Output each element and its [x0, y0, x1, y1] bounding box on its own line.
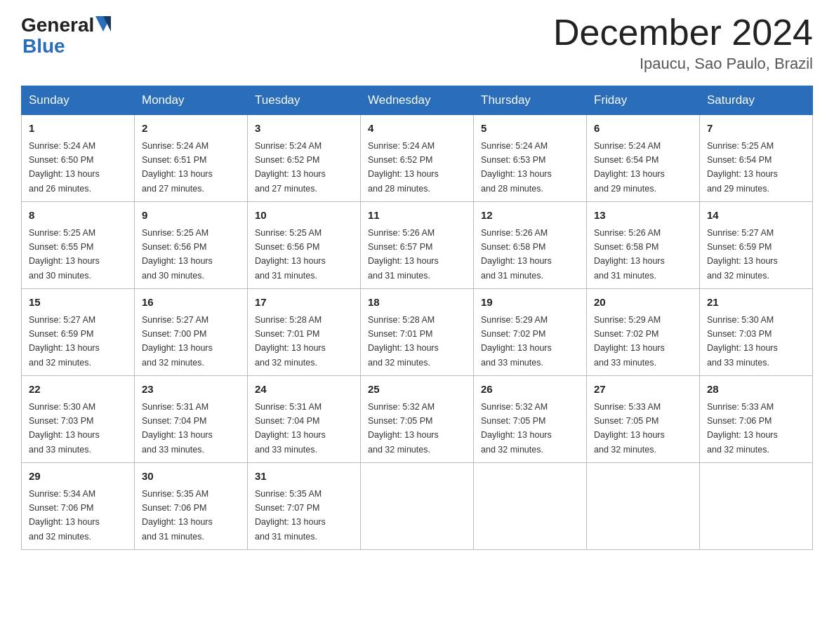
- day-info: Sunrise: 5:29 AMSunset: 7:02 PMDaylight:…: [594, 315, 665, 368]
- logo: General: [21, 14, 112, 36]
- calendar-cell: 23 Sunrise: 5:31 AMSunset: 7:04 PMDaylig…: [135, 376, 248, 463]
- day-info: Sunrise: 5:24 AMSunset: 6:52 PMDaylight:…: [368, 141, 439, 194]
- day-info: Sunrise: 5:28 AMSunset: 7:01 PMDaylight:…: [368, 315, 439, 368]
- calendar-cell: 7 Sunrise: 5:25 AMSunset: 6:54 PMDayligh…: [700, 115, 813, 202]
- day-info: Sunrise: 5:25 AMSunset: 6:56 PMDaylight:…: [255, 228, 326, 281]
- col-friday: Friday: [587, 86, 700, 115]
- day-number: 23: [142, 382, 240, 398]
- day-info: Sunrise: 5:33 AMSunset: 7:06 PMDaylight:…: [707, 402, 778, 455]
- calendar-cell: 5 Sunrise: 5:24 AMSunset: 6:53 PMDayligh…: [474, 115, 587, 202]
- title-area: December 2024 Ipaucu, Sao Paulo, Brazil: [553, 14, 813, 73]
- day-info: Sunrise: 5:30 AMSunset: 7:03 PMDaylight:…: [707, 315, 778, 368]
- calendar-cell: 2 Sunrise: 5:24 AMSunset: 6:51 PMDayligh…: [135, 115, 248, 202]
- logo-triangle-icon: [95, 16, 111, 32]
- day-number: 4: [368, 121, 466, 137]
- day-info: Sunrise: 5:29 AMSunset: 7:02 PMDaylight:…: [481, 315, 552, 368]
- calendar-cell: 12 Sunrise: 5:26 AMSunset: 6:58 PMDaylig…: [474, 202, 587, 289]
- day-info: Sunrise: 5:28 AMSunset: 7:01 PMDaylight:…: [255, 315, 326, 368]
- calendar-cell: 9 Sunrise: 5:25 AMSunset: 6:56 PMDayligh…: [135, 202, 248, 289]
- calendar-cell: 6 Sunrise: 5:24 AMSunset: 6:54 PMDayligh…: [587, 115, 700, 202]
- calendar-cell: 30 Sunrise: 5:35 AMSunset: 7:06 PMDaylig…: [135, 463, 248, 550]
- logo-text-blue: Blue: [21, 35, 65, 58]
- calendar-cell: 3 Sunrise: 5:24 AMSunset: 6:52 PMDayligh…: [248, 115, 361, 202]
- day-number: 3: [255, 121, 353, 137]
- calendar-cell: 1 Sunrise: 5:24 AMSunset: 6:50 PMDayligh…: [22, 115, 135, 202]
- calendar-cell: [361, 463, 474, 550]
- day-info: Sunrise: 5:32 AMSunset: 7:05 PMDaylight:…: [368, 402, 439, 455]
- day-info: Sunrise: 5:26 AMSunset: 6:58 PMDaylight:…: [481, 228, 552, 281]
- calendar-cell: 28 Sunrise: 5:33 AMSunset: 7:06 PMDaylig…: [700, 376, 813, 463]
- day-number: 18: [368, 295, 466, 311]
- day-info: Sunrise: 5:32 AMSunset: 7:05 PMDaylight:…: [481, 402, 552, 455]
- day-number: 29: [29, 469, 127, 485]
- calendar-week-row: 1 Sunrise: 5:24 AMSunset: 6:50 PMDayligh…: [22, 115, 813, 202]
- day-number: 19: [481, 295, 579, 311]
- day-number: 28: [707, 382, 805, 398]
- day-number: 7: [707, 121, 805, 137]
- day-info: Sunrise: 5:27 AMSunset: 7:00 PMDaylight:…: [142, 315, 213, 368]
- day-number: 17: [255, 295, 353, 311]
- day-number: 6: [594, 121, 692, 137]
- calendar-cell: 14 Sunrise: 5:27 AMSunset: 6:59 PMDaylig…: [700, 202, 813, 289]
- day-info: Sunrise: 5:25 AMSunset: 6:55 PMDaylight:…: [29, 228, 100, 281]
- day-number: 25: [368, 382, 466, 398]
- day-info: Sunrise: 5:27 AMSunset: 6:59 PMDaylight:…: [29, 315, 100, 368]
- day-number: 30: [142, 469, 240, 485]
- logo-text-general: General: [21, 14, 94, 36]
- day-number: 8: [29, 208, 127, 224]
- calendar-cell: 25 Sunrise: 5:32 AMSunset: 7:05 PMDaylig…: [361, 376, 474, 463]
- calendar-week-row: 22 Sunrise: 5:30 AMSunset: 7:03 PMDaylig…: [22, 376, 813, 463]
- day-number: 16: [142, 295, 240, 311]
- calendar-cell: 26 Sunrise: 5:32 AMSunset: 7:05 PMDaylig…: [474, 376, 587, 463]
- calendar-cell: [700, 463, 813, 550]
- calendar-cell: [587, 463, 700, 550]
- day-info: Sunrise: 5:25 AMSunset: 6:56 PMDaylight:…: [142, 228, 213, 281]
- col-thursday: Thursday: [474, 86, 587, 115]
- day-number: 21: [707, 295, 805, 311]
- day-number: 15: [29, 295, 127, 311]
- logo-area: General Blue: [21, 14, 112, 58]
- day-number: 22: [29, 382, 127, 398]
- calendar-cell: 18 Sunrise: 5:28 AMSunset: 7:01 PMDaylig…: [361, 289, 474, 376]
- day-number: 10: [255, 208, 353, 224]
- col-saturday: Saturday: [700, 86, 813, 115]
- calendar-week-row: 8 Sunrise: 5:25 AMSunset: 6:55 PMDayligh…: [22, 202, 813, 289]
- day-number: 26: [481, 382, 579, 398]
- day-info: Sunrise: 5:35 AMSunset: 7:06 PMDaylight:…: [142, 489, 213, 542]
- day-number: 14: [707, 208, 805, 224]
- month-title: December 2024: [553, 14, 813, 51]
- day-number: 27: [594, 382, 692, 398]
- calendar-cell: 10 Sunrise: 5:25 AMSunset: 6:56 PMDaylig…: [248, 202, 361, 289]
- calendar-cell: 11 Sunrise: 5:26 AMSunset: 6:57 PMDaylig…: [361, 202, 474, 289]
- calendar-cell: 4 Sunrise: 5:24 AMSunset: 6:52 PMDayligh…: [361, 115, 474, 202]
- day-info: Sunrise: 5:24 AMSunset: 6:51 PMDaylight:…: [142, 141, 213, 194]
- day-info: Sunrise: 5:26 AMSunset: 6:57 PMDaylight:…: [368, 228, 439, 281]
- day-info: Sunrise: 5:24 AMSunset: 6:54 PMDaylight:…: [594, 141, 665, 194]
- calendar-cell: [474, 463, 587, 550]
- calendar-cell: 15 Sunrise: 5:27 AMSunset: 6:59 PMDaylig…: [22, 289, 135, 376]
- day-info: Sunrise: 5:24 AMSunset: 6:50 PMDaylight:…: [29, 141, 100, 194]
- col-tuesday: Tuesday: [248, 86, 361, 115]
- day-info: Sunrise: 5:30 AMSunset: 7:03 PMDaylight:…: [29, 402, 100, 455]
- calendar-cell: 13 Sunrise: 5:26 AMSunset: 6:58 PMDaylig…: [587, 202, 700, 289]
- calendar-cell: 17 Sunrise: 5:28 AMSunset: 7:01 PMDaylig…: [248, 289, 361, 376]
- calendar-cell: 21 Sunrise: 5:30 AMSunset: 7:03 PMDaylig…: [700, 289, 813, 376]
- location-title: Ipaucu, Sao Paulo, Brazil: [553, 55, 813, 73]
- calendar-week-row: 29 Sunrise: 5:34 AMSunset: 7:06 PMDaylig…: [22, 463, 813, 550]
- day-info: Sunrise: 5:31 AMSunset: 7:04 PMDaylight:…: [142, 402, 213, 455]
- calendar-cell: 22 Sunrise: 5:30 AMSunset: 7:03 PMDaylig…: [22, 376, 135, 463]
- day-info: Sunrise: 5:27 AMSunset: 6:59 PMDaylight:…: [707, 228, 778, 281]
- day-info: Sunrise: 5:24 AMSunset: 6:52 PMDaylight:…: [255, 141, 326, 194]
- calendar-cell: 20 Sunrise: 5:29 AMSunset: 7:02 PMDaylig…: [587, 289, 700, 376]
- col-sunday: Sunday: [22, 86, 135, 115]
- calendar-table: Sunday Monday Tuesday Wednesday Thursday…: [21, 86, 813, 550]
- col-monday: Monday: [135, 86, 248, 115]
- calendar-cell: 16 Sunrise: 5:27 AMSunset: 7:00 PMDaylig…: [135, 289, 248, 376]
- day-number: 12: [481, 208, 579, 224]
- calendar-cell: 8 Sunrise: 5:25 AMSunset: 6:55 PMDayligh…: [22, 202, 135, 289]
- header-row: Sunday Monday Tuesday Wednesday Thursday…: [22, 86, 813, 115]
- calendar-cell: 24 Sunrise: 5:31 AMSunset: 7:04 PMDaylig…: [248, 376, 361, 463]
- day-info: Sunrise: 5:26 AMSunset: 6:58 PMDaylight:…: [594, 228, 665, 281]
- day-info: Sunrise: 5:35 AMSunset: 7:07 PMDaylight:…: [255, 489, 326, 542]
- calendar-cell: 27 Sunrise: 5:33 AMSunset: 7:05 PMDaylig…: [587, 376, 700, 463]
